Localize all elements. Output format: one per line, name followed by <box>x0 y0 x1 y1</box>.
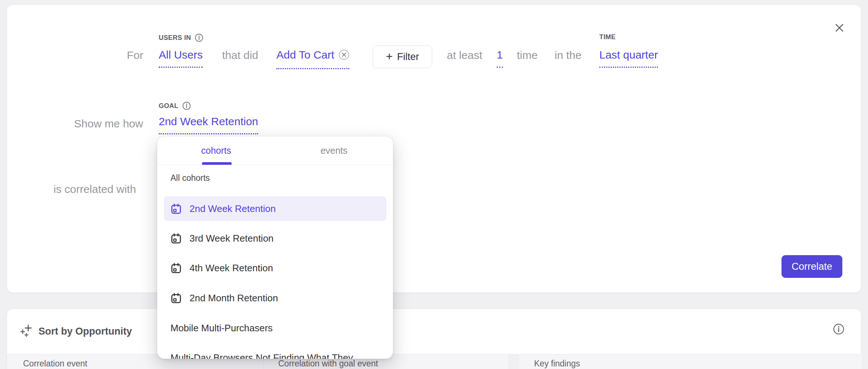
calendar-icon <box>170 292 182 304</box>
add-filter-button[interactable]: + Filter <box>373 45 432 68</box>
plus-icon: + <box>386 51 393 62</box>
results-card: Sort by Opportunity Correlation event Co… <box>7 309 861 369</box>
event-selector[interactable]: Add To Cart <box>276 49 349 69</box>
list-item-2nd-week-retention[interactable]: 2nd Week Retention <box>164 196 386 221</box>
sparkle-plus-icon <box>20 324 33 339</box>
for-label: For <box>127 49 143 61</box>
info-icon[interactable] <box>195 33 203 42</box>
info-icon <box>833 323 845 336</box>
correlate-button[interactable]: Correlate <box>781 255 842 278</box>
list-item-mobile-multi-purchasers[interactable]: Mobile Multi-Purchasers <box>164 316 386 340</box>
calendar-icon <box>170 203 182 215</box>
calendar-icon <box>170 233 182 244</box>
calendar-icon <box>170 262 182 274</box>
time-section-label: TIME <box>599 33 616 41</box>
in-the-label: in the <box>555 49 581 61</box>
dropdown-tabs: cohorts events <box>157 137 393 165</box>
column-header-correlation-with-goal: Correlation with goal event <box>278 359 378 369</box>
info-icon[interactable] <box>182 101 191 110</box>
correlated-with-label: is correlated with <box>54 183 136 195</box>
list-item-multi-day-browsers[interactable]: Multi-Day Browsers Not Finding What They <box>164 345 386 359</box>
tab-cohorts[interactable]: cohorts <box>157 137 275 165</box>
panel-gap <box>508 354 519 369</box>
that-did-label: that did <box>222 49 258 61</box>
all-cohorts-label: All cohorts <box>170 173 210 183</box>
at-least-label: at least <box>447 49 482 61</box>
sort-by-opportunity-label: Sort by Opportunity <box>38 326 132 337</box>
time-unit-label: time <box>517 49 538 61</box>
sort-by-opportunity-button[interactable]: Sort by Opportunity <box>20 324 132 339</box>
column-header-key-findings: Key findings <box>534 359 580 369</box>
show-me-how-label: Show me how <box>74 118 143 130</box>
remove-event-icon[interactable] <box>339 49 349 63</box>
list-item-4th-week-retention[interactable]: 4th Week Retention <box>164 256 386 280</box>
close-button[interactable] <box>833 22 846 35</box>
close-icon <box>835 23 844 34</box>
users-in-label: USERS IN <box>159 33 203 42</box>
goal-picker-dropdown: cohorts events All cohorts 2nd Week Rete… <box>157 137 393 359</box>
time-range-selector[interactable]: Last quarter <box>599 49 658 68</box>
goal-selector[interactable]: 2nd Week Retention <box>159 115 258 134</box>
list-item-2nd-month-retention[interactable]: 2nd Month Retention <box>164 286 386 310</box>
goal-section-label: GOAL <box>159 101 191 110</box>
count-selector[interactable]: 1 <box>497 49 503 68</box>
tab-events[interactable]: events <box>275 137 393 165</box>
results-info-button[interactable] <box>832 324 845 336</box>
divider <box>157 165 393 165</box>
column-header-correlation-event: Correlation event <box>23 359 87 369</box>
correlation-builder-card: For USERS IN All Users that did Add To C… <box>7 4 861 293</box>
list-item-3rd-week-retention[interactable]: 3rd Week Retention <box>164 226 386 251</box>
users-selector[interactable]: All Users <box>159 49 203 68</box>
